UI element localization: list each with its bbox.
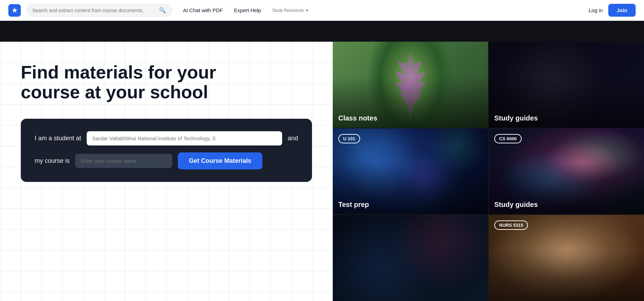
test-prep-label: Test prep — [338, 201, 369, 209]
find-materials-form: I am a student at and my course is Get C… — [21, 119, 312, 182]
form-row-school: I am a student at and — [35, 131, 298, 145]
navbar: ★ 🔍 AI Chat with PDF Expert Help Study R… — [0, 0, 644, 21]
form-row-course: my course is Get Course Materials — [35, 152, 298, 169]
nurs-badge: NURS 5315 — [494, 220, 528, 230]
course-input[interactable] — [75, 154, 172, 168]
dark-banner — [0, 21, 644, 42]
card-test-prep[interactable]: U 101 Test prep — [333, 128, 488, 215]
nav-actions: Log in Join — [589, 4, 636, 17]
study-guides-2-label: Study guides — [494, 201, 538, 209]
nav-expert-help[interactable]: Expert Help — [234, 7, 261, 13]
main-layout: Find materials for your course at your s… — [0, 42, 644, 301]
search-bar[interactable]: 🔍 — [26, 4, 172, 17]
study-guides-2-badge: CS 6000 — [494, 134, 522, 143]
search-icon: 🔍 — [159, 7, 166, 14]
nav-study-resources[interactable]: Study Resources ▾ — [272, 8, 308, 13]
left-panel: Find materials for your course at your s… — [0, 42, 333, 301]
card-partial — [333, 215, 488, 301]
school-input[interactable] — [87, 131, 282, 145]
logo[interactable]: ★ — [8, 4, 21, 17]
get-materials-button[interactable]: Get Course Materials — [178, 152, 262, 169]
study-guides-1-label: Study guides — [494, 114, 538, 122]
login-button[interactable]: Log in — [589, 7, 603, 13]
class-notes-label: Class notes — [338, 114, 377, 122]
card-study-guides-2[interactable]: CS 6000 Study guides — [489, 128, 644, 215]
nav-links: AI Chat with PDF Expert Help Study Resou… — [183, 7, 589, 13]
label-course: my course is — [35, 157, 70, 165]
join-button[interactable]: Join — [608, 4, 636, 17]
right-panel: Class notes Study guides U 101 Test prep — [333, 42, 644, 301]
nav-ai-chat[interactable]: AI Chat with PDF — [183, 7, 223, 13]
card-nurs[interactable]: NURS 5315 — [489, 215, 644, 301]
search-input[interactable] — [32, 8, 156, 13]
label-and: and — [288, 135, 298, 142]
label-student: I am a student at — [35, 135, 81, 142]
card-study-guides-1[interactable]: Study guides — [489, 42, 644, 128]
hero-title: Find materials for your course at your s… — [21, 62, 222, 102]
test-prep-badge: U 101 — [338, 134, 360, 143]
card-class-notes[interactable]: Class notes — [333, 42, 488, 128]
